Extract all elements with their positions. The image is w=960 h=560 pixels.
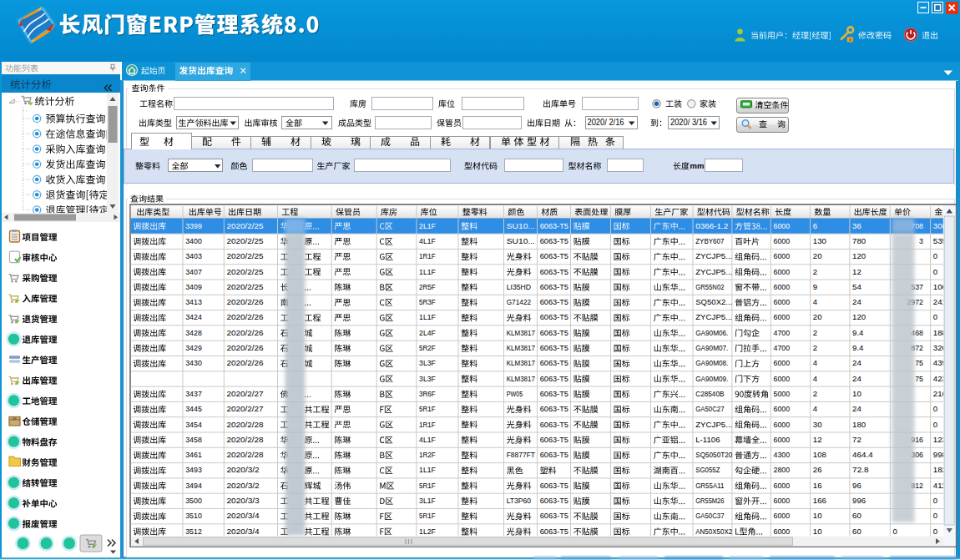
svg-text:0366-1.2: 0366-1.2 (695, 221, 728, 230)
svg-text:2020/2/26: 2020/2/26 (227, 297, 264, 306)
svg-text:2020/2/25: 2020/2/25 (227, 282, 264, 291)
svg-text:2020/2/25: 2020/2/25 (227, 267, 264, 276)
svg-text:SQ5050T20: SQ5050T20 (695, 450, 732, 459)
svg-text:3429: 3429 (185, 343, 202, 352)
svg-text:0: 0 (933, 312, 937, 321)
svg-text:1L1F: 1L1F (419, 267, 436, 276)
svg-text:6000: 6000 (774, 527, 791, 536)
svg-text:4: 4 (813, 297, 818, 306)
svg-text:2020/2/27: 2020/2/27 (227, 389, 264, 398)
svg-text:0: 0 (933, 267, 937, 276)
svg-text:10: 10 (813, 511, 822, 520)
svg-text:5R1F: 5R1F (419, 404, 436, 413)
svg-text:75: 75 (915, 374, 923, 383)
svg-text:F8877FT: F8877FT (507, 450, 535, 459)
svg-text:12: 12 (852, 267, 861, 276)
svg-text:3424: 3424 (185, 312, 202, 321)
svg-text:6000: 6000 (774, 267, 791, 276)
svg-text:464.4: 464.4 (852, 450, 873, 459)
svg-text:96: 96 (852, 481, 861, 490)
svg-text:3409: 3409 (185, 282, 202, 291)
svg-text:6063-T5: 6063-T5 (540, 328, 568, 337)
svg-text:6063-T5: 6063-T5 (540, 282, 568, 291)
svg-text:20: 20 (813, 251, 822, 260)
svg-text:KLM3817: KLM3817 (507, 343, 535, 352)
svg-text:6000: 6000 (774, 312, 791, 321)
svg-text:6063-T5: 6063-T5 (540, 221, 568, 230)
svg-text:1L1F: 1L1F (419, 465, 436, 474)
svg-text:5000: 5000 (774, 389, 791, 398)
svg-text:LT3P60: LT3P60 (507, 496, 531, 505)
svg-text:4300: 4300 (774, 450, 791, 459)
svg-text:0: 0 (893, 527, 897, 536)
svg-text:SG055Z: SG055Z (695, 465, 720, 474)
svg-text:6000: 6000 (774, 404, 791, 413)
svg-text:4: 4 (813, 374, 818, 383)
svg-text:9: 9 (813, 282, 817, 291)
svg-text:6063-T5: 6063-T5 (540, 435, 568, 444)
svg-text:2020/3/2: 2020/3/2 (227, 481, 260, 490)
svg-text:3428: 3428 (185, 328, 202, 337)
svg-text:3413: 3413 (185, 297, 202, 306)
svg-text:180: 180 (852, 420, 866, 429)
svg-text:24: 24 (852, 374, 861, 383)
svg-text:3494: 3494 (185, 481, 202, 490)
svg-text:3445: 3445 (185, 404, 202, 413)
svg-text:SQ50X2...: SQ50X2... (695, 297, 732, 306)
svg-text:6000: 6000 (774, 236, 791, 245)
svg-text:3430: 3430 (185, 358, 202, 367)
svg-text:0: 0 (933, 404, 937, 413)
svg-text:6063-T5: 6063-T5 (540, 450, 568, 459)
svg-text:ZYCJP5...: ZYCJP5... (695, 312, 732, 321)
svg-text:GA90M06.: GA90M06. (695, 328, 728, 337)
svg-text:6063-T5: 6063-T5 (540, 527, 568, 536)
svg-text:2020/3/4: 2020/3/4 (227, 511, 260, 520)
svg-text:GA50C37: GA50C37 (695, 511, 724, 520)
svg-text:3458: 3458 (185, 435, 202, 444)
svg-text:6063-T5: 6063-T5 (540, 496, 568, 505)
svg-text:2: 2 (813, 328, 817, 337)
svg-text:780: 780 (852, 236, 866, 245)
svg-text:GA90M08.: GA90M08. (695, 358, 728, 367)
svg-text:6000: 6000 (774, 481, 791, 490)
svg-text:2020/2/25: 2020/2/25 (227, 251, 264, 260)
svg-text:GA90M09.: GA90M09. (695, 374, 728, 383)
svg-text:2020/2/27: 2020/2/27 (227, 404, 264, 413)
svg-text:3400: 3400 (185, 236, 202, 245)
svg-text:2R5F: 2R5F (419, 282, 436, 291)
svg-text:3454: 3454 (185, 420, 202, 429)
svg-text:SU10...: SU10... (507, 221, 535, 230)
svg-text:6: 6 (813, 221, 817, 230)
svg-text:2020/2/26: 2020/2/26 (227, 328, 264, 337)
svg-text:3: 3 (919, 236, 923, 245)
svg-text:6000: 6000 (774, 282, 791, 291)
svg-text:2: 2 (813, 343, 817, 352)
svg-text:72.8: 72.8 (852, 465, 869, 474)
svg-text:KLM3817: KLM3817 (507, 374, 535, 383)
svg-text:1R1F: 1R1F (419, 420, 436, 429)
svg-text:2L4F: 2L4F (419, 328, 436, 337)
svg-text:6000: 6000 (774, 511, 791, 520)
svg-text:AN50X50X2: AN50X50X2 (695, 527, 732, 536)
svg-text:2L1F: 2L1F (419, 221, 436, 230)
svg-text:120: 120 (852, 251, 866, 260)
svg-text:2020/2/25: 2020/2/25 (227, 221, 264, 230)
svg-text:2020/ 3/16: 2020/ 3/16 (670, 118, 707, 127)
svg-text:10: 10 (813, 527, 822, 536)
svg-text:4: 4 (813, 404, 818, 413)
svg-text:PW05: PW05 (507, 389, 523, 398)
svg-text:6063-T5: 6063-T5 (540, 420, 568, 429)
svg-text:166: 166 (813, 496, 826, 505)
svg-text:3L1F: 3L1F (419, 496, 436, 505)
svg-text:ZYBY607: ZYBY607 (695, 236, 724, 245)
svg-text:6000: 6000 (774, 221, 791, 230)
svg-text:KLM3817: KLM3817 (507, 358, 535, 367)
svg-text:6063-T5: 6063-T5 (540, 481, 568, 490)
svg-text:LI35HD: LI35HD (507, 282, 531, 291)
svg-text:6063-T5: 6063-T5 (540, 511, 568, 520)
svg-text:2: 2 (813, 389, 817, 398)
svg-text:996: 996 (852, 496, 866, 505)
svg-text:SU10...: SU10... (507, 236, 535, 245)
svg-text:ZYCJP5...: ZYCJP5... (695, 267, 732, 276)
svg-text:G71422: G71422 (507, 297, 531, 306)
